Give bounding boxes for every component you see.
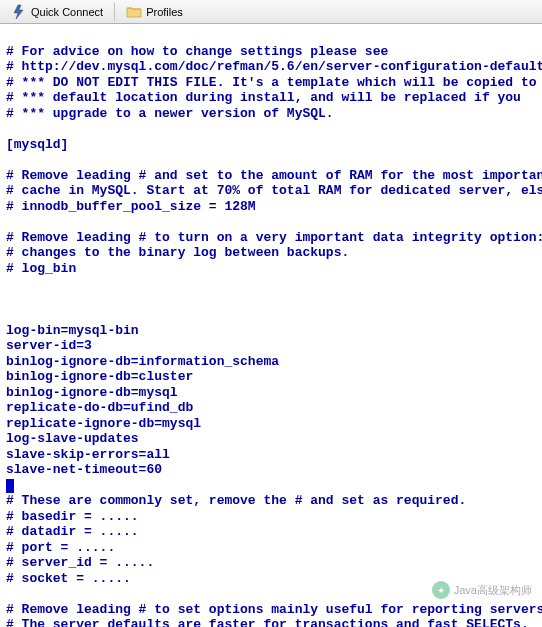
editor-line: # changes to the binary log between back… xyxy=(6,245,536,261)
editor-line xyxy=(6,28,536,44)
svg-marker-0 xyxy=(14,5,23,19)
watermark-icon: ✦ xyxy=(432,581,450,599)
editor-line: # Remove leading # to set options mainly… xyxy=(6,602,536,618)
editor-line: # The server defaults are faster for tra… xyxy=(6,617,536,627)
toolbar: Quick Connect Profiles xyxy=(0,0,542,24)
editor-line: # Remove leading # and set to the amount… xyxy=(6,168,536,184)
editor-line: slave-skip-errors=all xyxy=(6,447,536,463)
toolbar-separator xyxy=(114,3,115,21)
editor-line: # cache in MySQL. Start at 70% of total … xyxy=(6,183,536,199)
editor-line xyxy=(6,292,536,308)
editor-line: # innodb_buffer_pool_size = 128M xyxy=(6,199,536,215)
editor-line xyxy=(6,152,536,168)
quick-connect-button[interactable]: Quick Connect xyxy=(4,1,110,23)
editor-line xyxy=(6,307,536,323)
editor-line: # For advice on how to change settings p… xyxy=(6,44,536,60)
profiles-label: Profiles xyxy=(146,6,183,18)
editor-line: # These are commonly set, remove the # a… xyxy=(6,493,536,509)
watermark-text: Java高级架构师 xyxy=(454,583,532,598)
editor-line: # server_id = ..... xyxy=(6,555,536,571)
quick-connect-label: Quick Connect xyxy=(31,6,103,18)
editor-line: # port = ..... xyxy=(6,540,536,556)
editor-area[interactable]: # For advice on how to change settings p… xyxy=(0,24,542,627)
editor-line: # *** default location during install, a… xyxy=(6,90,536,106)
editor-line: # Remove leading # to turn on a very imp… xyxy=(6,230,536,246)
editor-line xyxy=(6,276,536,292)
editor-line: binlog-ignore-db=mysql xyxy=(6,385,536,401)
editor-line: binlog-ignore-db=information_schema xyxy=(6,354,536,370)
editor-line: replicate-ignore-db=mysql xyxy=(6,416,536,432)
watermark: ✦ Java高级架构师 xyxy=(432,581,532,599)
editor-line: replicate-do-db=ufind_db xyxy=(6,400,536,416)
editor-line: # *** DO NOT EDIT THIS FILE. It's a temp… xyxy=(6,75,536,91)
editor-line: server-id=3 xyxy=(6,338,536,354)
editor-line: # basedir = ..... xyxy=(6,509,536,525)
editor-line: # http://dev.mysql.com/doc/refman/5.6/en… xyxy=(6,59,536,75)
lightning-icon xyxy=(11,4,27,20)
editor-line: # *** upgrade to a newer version of MySQ… xyxy=(6,106,536,122)
editor-line: [mysqld] xyxy=(6,137,536,153)
editor-line: slave-net-timeout=60 xyxy=(6,462,536,478)
folder-icon xyxy=(126,4,142,20)
editor-line: log-slave-updates xyxy=(6,431,536,447)
editor-line xyxy=(6,214,536,230)
profiles-button[interactable]: Profiles xyxy=(119,1,190,23)
editor-line: binlog-ignore-db=cluster xyxy=(6,369,536,385)
editor-line: log-bin=mysql-bin xyxy=(6,323,536,339)
editor-line xyxy=(6,121,536,137)
editor-cursor-line xyxy=(6,478,536,494)
editor-cursor xyxy=(6,479,14,493)
editor-line: # datadir = ..... xyxy=(6,524,536,540)
editor-line: # log_bin xyxy=(6,261,536,277)
